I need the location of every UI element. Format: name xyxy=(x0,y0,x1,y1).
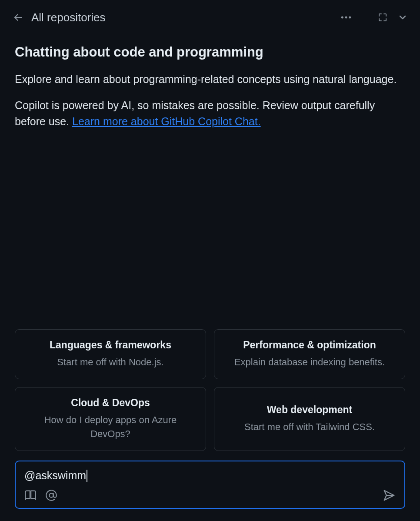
suggestion-title: Cloud & DevOps xyxy=(24,397,197,409)
at-mention-icon[interactable] xyxy=(45,489,57,501)
suggestion-title: Performance & optimization xyxy=(223,339,396,351)
suggestion-card-cloud[interactable]: Cloud & DevOps How do I deploy apps on A… xyxy=(15,387,206,451)
text-cursor xyxy=(87,470,87,482)
suggestion-desc: Start me off with Tailwind CSS. xyxy=(223,420,396,434)
chat-input-toolbar xyxy=(24,489,396,502)
svg-point-1 xyxy=(341,17,343,19)
intro-paragraph-2: Copilot is powered by AI, so mistakes ar… xyxy=(15,97,405,130)
suggestion-title: Languages & frameworks xyxy=(24,339,197,351)
svg-point-4 xyxy=(49,493,53,497)
header-actions xyxy=(340,10,408,25)
send-icon[interactable] xyxy=(383,489,396,502)
suggestion-grid: Languages & frameworks Start me off with… xyxy=(0,329,420,461)
intro-paragraph-1: Explore and learn about programming-rela… xyxy=(15,71,405,88)
suggestion-desc: Explain database indexing benefits. xyxy=(223,355,396,369)
intro-section: Chatting about code and programming Expl… xyxy=(0,31,420,145)
suggestion-card-performance[interactable]: Performance & optimization Explain datab… xyxy=(214,329,405,379)
learn-more-link[interactable]: Learn more about GitHub Copilot Chat. xyxy=(72,115,261,127)
chat-input[interactable]: @askswimm xyxy=(24,469,396,482)
book-icon[interactable] xyxy=(24,489,37,501)
intro-title: Chatting about code and programming xyxy=(15,44,405,60)
suggestion-title: Web development xyxy=(223,404,396,416)
suggestion-card-web[interactable]: Web development Start me off with Tailwi… xyxy=(214,387,405,451)
header-divider xyxy=(365,10,365,25)
expand-icon[interactable] xyxy=(377,12,388,23)
svg-point-3 xyxy=(349,17,351,19)
chat-panel: All repositories xyxy=(0,0,420,521)
chat-input-area[interactable]: @askswimm xyxy=(15,461,405,509)
back-arrow-icon[interactable] xyxy=(12,11,24,23)
chevron-down-icon[interactable] xyxy=(397,12,408,23)
suggestion-desc: How do I deploy apps on Azure DevOps? xyxy=(24,413,197,441)
spacer xyxy=(0,145,420,330)
svg-point-2 xyxy=(345,17,347,19)
header-bar: All repositories xyxy=(0,0,420,31)
header-title[interactable]: All repositories xyxy=(31,11,335,24)
suggestion-desc: Start me off with Node.js. xyxy=(24,355,197,369)
kebab-menu-icon[interactable] xyxy=(340,11,353,24)
suggestion-card-languages[interactable]: Languages & frameworks Start me off with… xyxy=(15,329,206,379)
chat-input-value: @askswimm xyxy=(24,469,86,482)
